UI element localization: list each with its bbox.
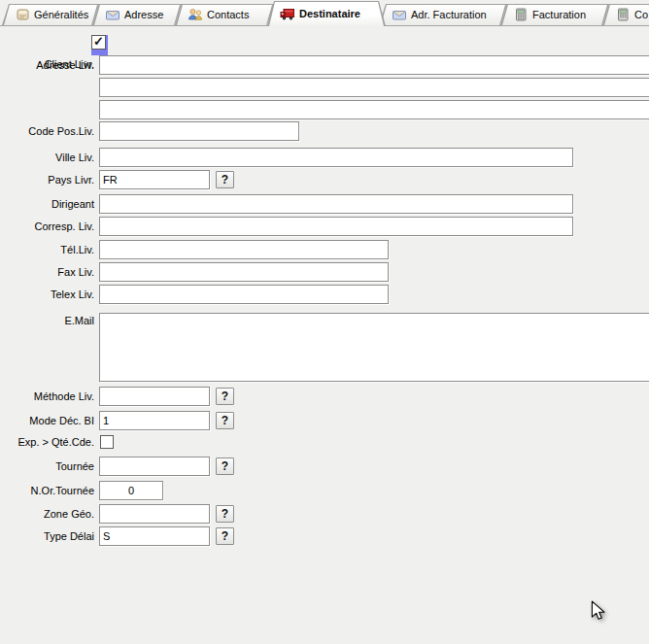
- tab-facturation[interactable]: Facturation: [500, 4, 609, 25]
- type-delai-label: Type Délai: [0, 526, 94, 546]
- adresse-liv-input-3[interactable]: [99, 100, 649, 119]
- tab-label: Généralités: [34, 9, 88, 20]
- mode-dec-bi-lookup-button[interactable]: ?: [216, 412, 234, 429]
- tab-label: Adr. Facturation: [411, 9, 487, 20]
- tab-label: Destinataire: [299, 8, 360, 19]
- envelope-icon: [392, 7, 407, 22]
- truck-icon: [280, 6, 295, 21]
- tab-generalites[interactable]: Généralités: [2, 4, 99, 25]
- fax-liv-input[interactable]: [99, 262, 389, 282]
- tab-co-truncated[interactable]: Co: [602, 4, 649, 25]
- zone-geo-lookup-button[interactable]: ?: [216, 505, 234, 523]
- calculator-icon: [615, 7, 631, 22]
- tab-contacts[interactable]: Contacts: [175, 4, 274, 25]
- exp-qte-cde-label: Exp. > Qté.Cde.: [0, 432, 94, 452]
- email-textarea[interactable]: [99, 313, 649, 382]
- adresse-liv-label: Adresse Liv.: [0, 55, 94, 75]
- tab-label: Facturation: [532, 9, 586, 20]
- code-pos-liv-input[interactable]: [99, 121, 299, 141]
- dirigeant-label: Dirigeant: [0, 194, 94, 214]
- tel-liv-label: Tél.Liv.: [0, 240, 94, 259]
- tab-bar: Généralités Adresse C: [0, 0, 649, 26]
- methode-liv-input[interactable]: [99, 387, 210, 406]
- people-icon: [188, 7, 203, 22]
- calculator-icon: [513, 7, 529, 22]
- zone-geo-input[interactable]: [99, 504, 210, 524]
- adresse-liv-input-1[interactable]: [99, 55, 649, 75]
- form-panel: Client Livr. Adresse Liv. Code Pos.Liv. …: [0, 26, 649, 644]
- mode-dec-bi-input[interactable]: [99, 411, 210, 430]
- client-livr-checkbox-focus: [91, 35, 108, 55]
- tournee-lookup-button[interactable]: ?: [216, 458, 234, 475]
- tournee-input[interactable]: [99, 457, 210, 476]
- tab-label: Adresse: [124, 9, 163, 20]
- ville-liv-label: Ville Liv.: [0, 148, 94, 167]
- telex-liv-input[interactable]: [99, 285, 389, 304]
- telex-liv-label: Telex Liv.: [0, 285, 94, 304]
- tab-adr-facturation[interactable]: Adr. Facturation: [379, 4, 507, 25]
- type-delai-lookup-button[interactable]: ?: [216, 527, 234, 545]
- methode-liv-lookup-button[interactable]: ?: [216, 388, 234, 405]
- tab-adresse[interactable]: Adresse: [92, 4, 182, 25]
- methode-liv-label: Méthode Liv.: [0, 387, 94, 406]
- corresp-liv-label: Corresp. Liv.: [0, 217, 94, 236]
- exp-qte-cde-checkbox[interactable]: [100, 435, 114, 449]
- email-label: E.Mail: [0, 314, 94, 327]
- tel-liv-input[interactable]: [99, 240, 389, 259]
- destinataire-form-window: { "tabbar": { "tabs": [ {"label": "Génér…: [0, 0, 649, 644]
- dirigeant-input[interactable]: [99, 194, 573, 214]
- pays-livr-input[interactable]: [99, 170, 210, 189]
- n-or-tournee-input[interactable]: [99, 481, 163, 500]
- code-pos-liv-label: Code Pos.Liv.: [0, 121, 94, 141]
- envelope-icon: [105, 7, 120, 22]
- tab-label: Contacts: [207, 9, 249, 20]
- tab-label: Co: [634, 9, 648, 20]
- n-or-tournee-label: N.Or.Tournée: [0, 481, 94, 500]
- ville-liv-input[interactable]: [99, 148, 573, 167]
- corresp-liv-input[interactable]: [99, 217, 573, 236]
- type-delai-input[interactable]: [99, 526, 210, 546]
- pays-livr-lookup-button[interactable]: ?: [216, 171, 234, 188]
- zone-geo-label: Zone Géo.: [0, 504, 94, 524]
- client-livr-checkbox[interactable]: [91, 35, 106, 50]
- adresse-liv-input-2[interactable]: [99, 78, 649, 97]
- tab-destinataire[interactable]: Destinataire: [267, 1, 386, 26]
- tournee-label: Tournée: [0, 457, 94, 476]
- mouse-cursor: [591, 600, 606, 622]
- fax-liv-label: Fax Liv.: [0, 262, 94, 282]
- pays-livr-label: Pays Livr.: [0, 170, 94, 189]
- note-icon: [15, 7, 30, 22]
- mode-dec-bi-label: Mode Déc. BI: [0, 411, 94, 430]
